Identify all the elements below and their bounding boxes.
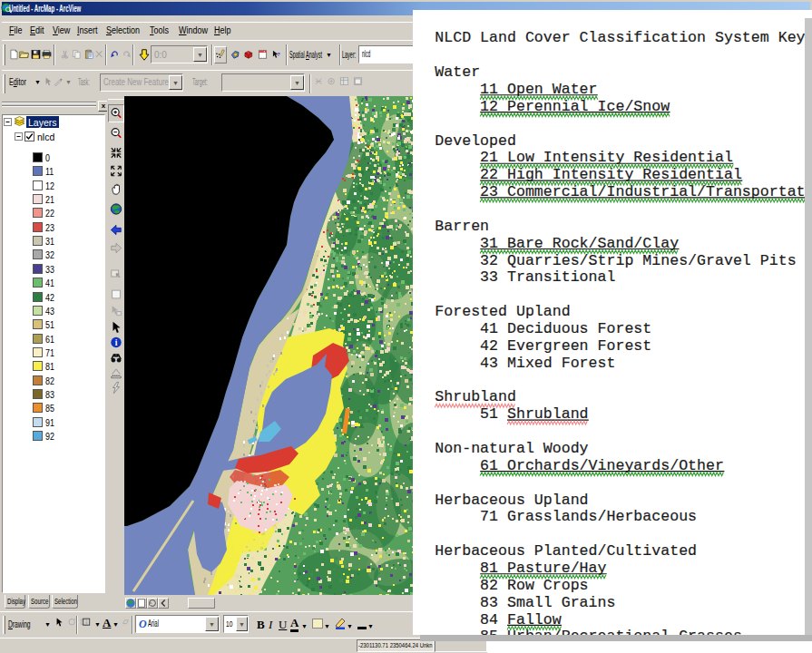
svg-text:?: ? <box>277 51 280 58</box>
svg-text:i: i <box>115 337 118 347</box>
